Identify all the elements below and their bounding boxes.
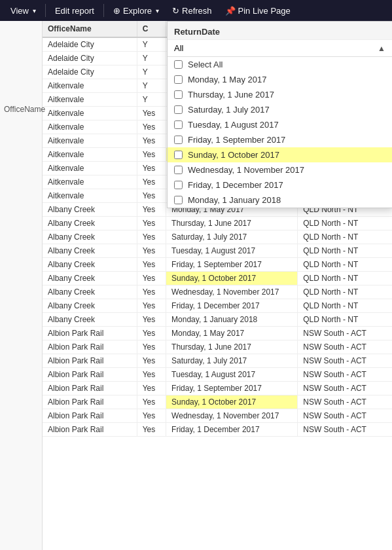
cell-region: QLD North - NT [298, 258, 392, 272]
cell-office: Adelaide City [43, 52, 137, 65]
pin-live-page-button[interactable]: 📌 Pin Live Page [220, 3, 296, 18]
cell-office: Adelaide City [43, 65, 137, 79]
dropdown-item-label: Monday, 1 January 2018 [188, 195, 281, 205]
dropdown-item-checkbox[interactable] [174, 181, 183, 189]
cell-date: Saturday, 1 July 2017 [166, 230, 298, 244]
dropdown-collapse-icon[interactable]: ▲ [378, 44, 385, 53]
dropdown-item[interactable]: Sunday, 1 October 2017 [168, 147, 392, 162]
dropdown-item[interactable]: Saturday, 1 July 2017 [168, 102, 392, 117]
cell-office: Aitkenvale [43, 79, 137, 93]
left-panel: OfficeName [0, 21, 43, 550]
cell-c: Yes [137, 423, 166, 437]
cell-c: Yes [137, 368, 166, 382]
table-row: Albany CreekYesFriday, 1 September 2017Q… [43, 258, 392, 272]
dropdown-item-checkbox[interactable] [174, 90, 183, 99]
dropdown-item-label: Saturday, 1 July 2017 [188, 105, 270, 115]
dropdown-item-label: Tuesday, 1 August 2017 [188, 120, 279, 130]
cell-region: QLD North - NT [298, 272, 392, 285]
dropdown-item-checkbox[interactable] [174, 120, 183, 129]
dropdown-list: Select AllMonday, 1 May 2017Thursday, 1 … [168, 57, 392, 208]
cell-date: Tuesday, 1 August 2017 [166, 244, 298, 258]
table-row: Albion Park RailYesWednesday, 1 November… [43, 409, 392, 423]
cell-office: Albion Park Rail [43, 395, 137, 409]
cell-c: Yes [137, 107, 166, 120]
cell-office: Albion Park Rail [43, 382, 137, 395]
cell-date: Monday, 1 May 2017 [166, 327, 298, 340]
table-row: Albion Park RailYesSaturday, 1 July 2017… [43, 354, 392, 368]
table-row: Albion Park RailYesMonday, 1 May 2017NSW… [43, 327, 392, 340]
cell-region: NSW South - ACT [298, 382, 392, 395]
dropdown-all-label: All [174, 43, 183, 53]
table-row: Albany CreekYesTuesday, 1 August 2017QLD… [43, 244, 392, 258]
header-c: C [137, 21, 166, 37]
refresh-icon: ↻ [172, 6, 179, 16]
dropdown-item[interactable]: Select All [168, 57, 392, 72]
cell-c: Yes [137, 244, 166, 258]
cell-office: Aitkenvale [43, 107, 137, 120]
cell-office: Aitkenvale [43, 93, 137, 107]
dropdown-item-checkbox[interactable] [174, 151, 183, 159]
cell-office: Albany Creek [43, 313, 137, 327]
table-row: Albion Park RailYesFriday, 1 September 2… [43, 382, 392, 395]
cell-date: Thursday, 1 June 2017 [166, 340, 298, 354]
cell-c: Yes [137, 203, 166, 217]
cell-office: Aitkenvale [43, 120, 137, 134]
explore-icon: ⊕ [113, 6, 120, 16]
table-row: Albion Park RailYesFriday, 1 December 20… [43, 423, 392, 437]
toolbar: View ▾ Edit report ⊕ Explore ▾ ↻ Refresh… [0, 0, 392, 21]
cell-region: QLD North - NT [298, 313, 392, 327]
view-menu[interactable]: View ▾ [5, 3, 41, 18]
dropdown-item[interactable]: Tuesday, 1 August 2017 [168, 117, 392, 132]
dropdown-item[interactable]: Wednesday, 1 November 2017 [168, 162, 392, 177]
cell-c: Yes [137, 327, 166, 340]
dropdown-item-checkbox[interactable] [174, 60, 183, 69]
dropdown-item-label: Friday, 1 September 2017 [188, 135, 285, 145]
cell-office: Albion Park Rail [43, 409, 137, 423]
dropdown-item-checkbox[interactable] [174, 196, 183, 204]
cell-c: Yes [137, 217, 166, 230]
dropdown-field-name: ReturnDate [174, 27, 220, 37]
cell-region: NSW South - ACT [298, 368, 392, 382]
table-row: Albion Park RailYesSunday, 1 October 201… [43, 395, 392, 409]
cell-office: Adelaide City [43, 37, 137, 52]
cell-region: QLD North - NT [298, 299, 392, 313]
explore-menu[interactable]: ⊕ Explore ▾ [108, 3, 164, 18]
dropdown-header: ReturnDate [168, 22, 392, 40]
dropdown-item-checkbox[interactable] [174, 166, 183, 174]
edit-report-button[interactable]: Edit report [50, 3, 99, 18]
dropdown-item-checkbox[interactable] [174, 75, 183, 84]
cell-office: Albany Creek [43, 299, 137, 313]
cell-office: Aitkenvale [43, 162, 137, 175]
cell-date: Sunday, 1 October 2017 [166, 272, 298, 285]
dropdown-item[interactable]: Monday, 1 January 2018 [168, 192, 392, 208]
dropdown-item-label: Monday, 1 May 2017 [188, 75, 266, 84]
dropdown-item[interactable]: Friday, 1 September 2017 [168, 132, 392, 147]
dropdown-item[interactable]: Thursday, 1 June 2017 [168, 87, 392, 102]
pin-live-page-label: Pin Live Page [238, 6, 291, 16]
cell-c: Yes [137, 175, 166, 189]
cell-region: QLD North - NT [298, 285, 392, 299]
cell-office: Albany Creek [43, 230, 137, 244]
content-area: ReturnDate All ▲ Select AllMonday, 1 May… [43, 21, 392, 550]
dropdown-item-checkbox[interactable] [174, 136, 183, 144]
dropdown-item-label: Thursday, 1 June 2017 [188, 90, 274, 100]
cell-c: Yes [137, 354, 166, 368]
cell-office: Albany Creek [43, 244, 137, 258]
view-chevron-icon: ▾ [33, 7, 36, 14]
cell-date: Sunday, 1 October 2017 [166, 395, 298, 409]
main-area: OfficeName ReturnDate All ▲ Select AllMo… [0, 21, 392, 550]
dropdown-item-label: Wednesday, 1 November 2017 [188, 165, 304, 175]
cell-date: Saturday, 1 July 2017 [166, 354, 298, 368]
refresh-button[interactable]: ↻ Refresh [167, 3, 217, 18]
dropdown-item-checkbox[interactable] [174, 105, 183, 114]
cell-c: Yes [137, 395, 166, 409]
cell-c: Yes [137, 134, 166, 148]
dropdown-item[interactable]: Friday, 1 December 2017 [168, 177, 392, 192]
dropdown-item[interactable]: Monday, 1 May 2017 [168, 72, 392, 87]
dropdown-current-value[interactable]: All ▲ [168, 40, 392, 57]
cell-c: Yes [137, 120, 166, 134]
cell-office: Aitkenvale [43, 189, 137, 203]
cell-date: Friday, 1 December 2017 [166, 423, 298, 437]
return-date-dropdown[interactable]: ReturnDate All ▲ Select AllMonday, 1 May… [167, 21, 392, 208]
dropdown-item-label: Sunday, 1 October 2017 [188, 150, 279, 160]
